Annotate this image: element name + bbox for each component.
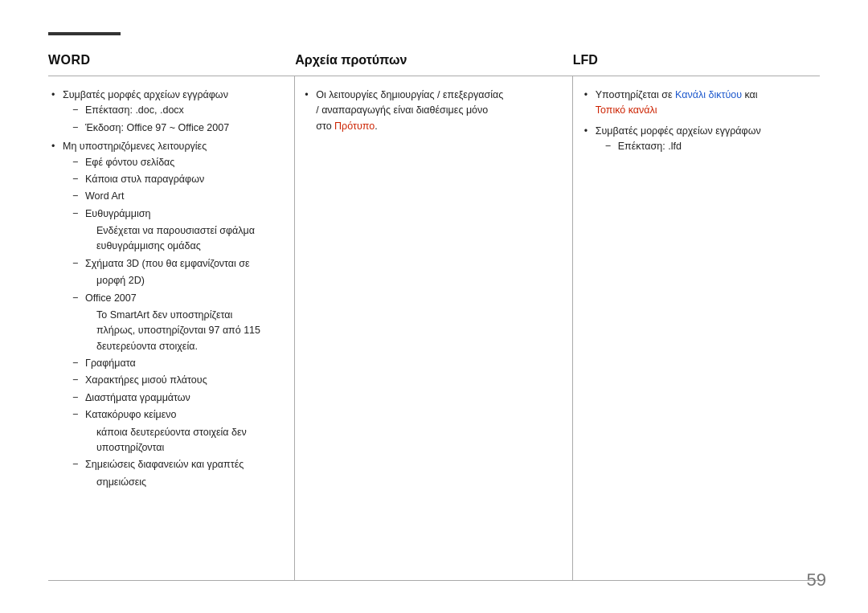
local-channel-link[interactable]: Τοπικό κανάλι [596, 104, 657, 116]
list-item: Έκδοση: Office 97 ~ Office 2007 [72, 121, 286, 136]
template-line3-pre: στο [316, 121, 334, 132]
dash7-sub: μορφή 2D) [85, 273, 286, 288]
dash12-sub: κάποια δευτερεύοντα στοιχεία δεν υποστηρ… [85, 425, 286, 456]
word-bullet-list: Συμβατές μορφές αρχείων εγγράφων Επέκτασ… [51, 88, 286, 490]
word-column: Συμβατές μορφές αρχείων εγγράφων Επέκτασ… [48, 76, 295, 580]
dash13-sub: σημειώσεις [85, 475, 286, 490]
lfd-bullet1-pre: Υποστηρίζεται σε [596, 89, 675, 100]
prototype-link[interactable]: Πρότυπο [334, 121, 375, 132]
dash8-sub2: πλήρως, υποστηρίζονται 97 από 115 [96, 325, 260, 336]
dash3-text: Εφέ φόντου σελίδας [85, 157, 174, 168]
accent-bar [48, 32, 121, 35]
word-column-header: WORD [48, 53, 295, 67]
list-item: Σημειώσεις διαφανειών και γραπτές σημειώ… [72, 457, 286, 490]
lfd-column: Υποστηρίζεται σε Κανάλι δικτύου και Τοπι… [573, 76, 820, 580]
dash5-text: Word Art [85, 190, 124, 202]
list-item: Υποστηρίζεται σε Κανάλι δικτύου και Τοπι… [584, 88, 817, 119]
dash10-text: Χαρακτήρες μισού πλάτους [85, 374, 207, 386]
template-bullet-list: Οι λειτουργίες δημιουργίας / επεξεργασία… [305, 88, 563, 134]
list-item: Επέκταση: .doc, .docx [72, 103, 286, 118]
page-number: 59 [807, 570, 826, 591]
template-line2: / αναπαραγωγής είναι διαθέσιμες μόνο [316, 104, 488, 116]
template-header-label: Αρχεία προτύπων [295, 53, 407, 67]
template-line1: Οι λειτουργίες δημιουργίας / επεξεργασία… [316, 89, 503, 100]
list-item: Γραφήματα [72, 356, 286, 371]
lfd-bullet-list: Υποστηρίζεται σε Κανάλι δικτύου και Τοπι… [584, 88, 817, 155]
dash12-text: Κατακόρυφο κείμενο [85, 409, 177, 420]
list-item: Word Art [72, 189, 286, 204]
page-container: WORD Αρχεία προτύπων LFD Συμβατές μορφές… [0, 0, 868, 613]
template-column: Οι λειτουργίες δημιουργίας / επεξεργασία… [295, 76, 573, 580]
list-item: Διαστήματα γραμμάτων [72, 390, 286, 406]
dash13-text: Σημειώσεις διαφανειών και γραπτές [85, 459, 244, 470]
lfd-header-label: LFD [573, 53, 598, 67]
dash12-sub1: κάποια δευτερεύοντα στοιχεία δεν [96, 427, 247, 438]
dash7-text: Σχήματα 3D (που θα εμφανίζονται σε [85, 258, 250, 269]
list-item: Office 2007 Το SmartArt δεν υποστηρίζετα… [72, 291, 286, 355]
template-column-header: Αρχεία προτύπων [295, 53, 573, 67]
dash1-text: Επέκταση: .doc, .docx [85, 104, 184, 116]
dash6-sub1: Ενδέχεται να παρουσιαστεί σφάλμα [96, 225, 255, 236]
dash6-sub: Ενδέχεται να παρουσιαστεί σφάλμα ευθυγρά… [85, 223, 286, 255]
dash11-text: Διαστήματα γραμμάτων [85, 392, 190, 403]
lfd-column-header: LFD [573, 53, 820, 67]
list-item: Μη υποστηριζόμενες λειτουργίες Εφέ φόντο… [51, 139, 286, 490]
lfd-dash-list: Επέκταση: .lfd [605, 139, 817, 154]
lfd-bullet2-text: Συμβατές μορφές αρχείων εγγράφων [596, 125, 761, 137]
dash4-text: Κάποια στυλ παραγράφων [85, 174, 204, 185]
template-line3-post: . [375, 121, 377, 132]
dash8-text: Office 2007 [85, 292, 137, 304]
list-item: Κατακόρυφο κείμενο κάποια δευτερεύοντα σ… [72, 407, 286, 456]
dash13-sub-text: σημειώσεις [96, 476, 146, 488]
bullet1-text: Συμβατές μορφές αρχείων εγγράφων [63, 89, 228, 100]
content-row: Συμβατές μορφές αρχείων εγγράφων Επέκτασ… [48, 76, 820, 581]
word-dash-list-1: Επέκταση: .doc, .docx Έκδοση: Office 97 … [72, 103, 286, 136]
bullet2-text: Μη υποστηριζόμενες λειτουργίες [63, 141, 207, 152]
list-item: Συμβατές μορφές αρχείων εγγράφων Επέκτασ… [51, 88, 286, 136]
dash9-text: Γραφήματα [85, 358, 136, 369]
list-item: Οι λειτουργίες δημιουργίας / επεξεργασία… [305, 88, 563, 134]
dash8-sub3: δευτερεύοντα στοιχεία. [96, 341, 198, 352]
dash7-sub-text: μορφή 2D) [96, 275, 145, 286]
list-item: Επέκταση: .lfd [605, 139, 817, 154]
list-item: Εφέ φόντου σελίδας [72, 155, 286, 170]
list-item: Χαρακτήρες μισού πλάτους [72, 373, 286, 388]
list-item: Σχήματα 3D (που θα εμφανίζονται σε μορφή… [72, 256, 286, 289]
list-item: Συμβατές μορφές αρχείων εγγράφων Επέκτασ… [584, 124, 817, 155]
lfd-dash1-text: Επέκταση: .lfd [618, 141, 682, 152]
dash12-sub2: υποστηρίζονται [96, 442, 164, 453]
dash2-text: Έκδοση: Office 97 ~ Office 2007 [85, 122, 229, 133]
network-channel-link[interactable]: Κανάλι δικτύου [675, 89, 742, 100]
word-dash-list-2: Εφέ φόντου σελίδας Κάποια στυλ παραγράφω… [72, 155, 286, 491]
dash8-sub1: Το SmartArt δεν υποστηρίζεται [96, 309, 232, 321]
dash6-text: Ευθυγράμμιση [85, 208, 150, 219]
lfd-bullet1-mid: και [742, 89, 758, 100]
dash6-sub2: ευθυγράμμισης ομάδας [96, 240, 201, 251]
word-header-label: WORD [48, 53, 91, 67]
list-item: Ευθυγράμμιση Ενδέχεται να παρουσιαστεί σ… [72, 206, 286, 255]
dash8-sub: Το SmartArt δεν υποστηρίζεται πλήρως, υπ… [85, 308, 286, 354]
list-item: Κάποια στυλ παραγράφων [72, 172, 286, 187]
header-row: WORD Αρχεία προτύπων LFD [48, 53, 820, 76]
